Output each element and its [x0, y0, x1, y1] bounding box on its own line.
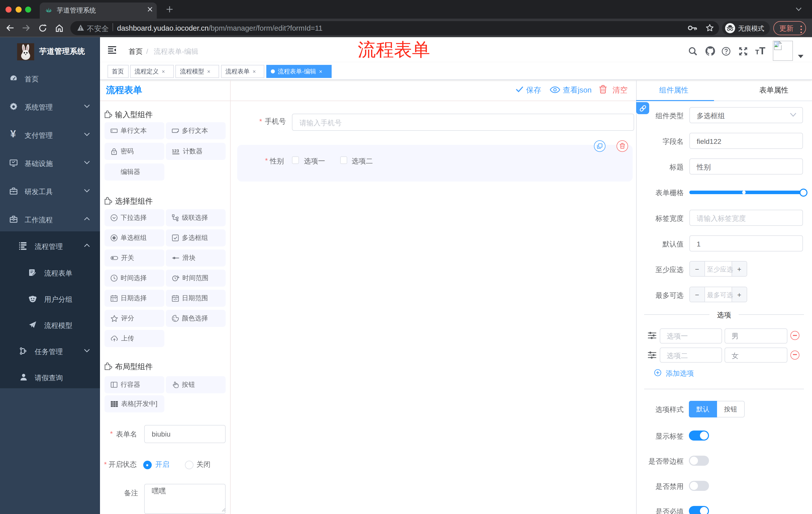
svg-text:123: 123	[172, 148, 179, 154]
